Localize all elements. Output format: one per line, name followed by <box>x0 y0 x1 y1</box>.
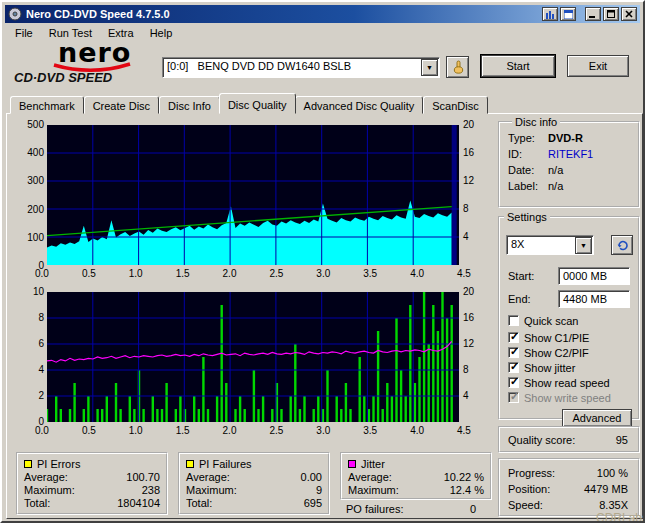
tab-disc-quality[interactable]: Disc Quality <box>219 93 296 114</box>
hand-pointer-button[interactable] <box>446 56 469 78</box>
axis-tick-label: 4.5 <box>457 425 471 436</box>
minimize-button[interactable] <box>585 7 601 21</box>
speed-select-arrow-icon[interactable]: ▼ <box>575 237 592 254</box>
axis-tick-label: 4 <box>463 232 469 242</box>
axis-tick-label: 16 <box>463 148 474 158</box>
show-c2-pif-label: Show C2/PIF <box>524 347 589 359</box>
axis-tick-label: 1.0 <box>129 425 143 436</box>
jitter-panel: Jitter Average:10.22 % Maximum:12.4 % <box>340 452 492 500</box>
axis-tick-label: 8 <box>38 313 44 323</box>
hand-pointer-icon <box>451 60 465 74</box>
disc-type-label: Type: <box>508 130 548 146</box>
position-value: 4479 MB <box>584 481 628 497</box>
progress-value: 100 % <box>597 465 628 481</box>
axis-tick-label: 16 <box>463 313 474 323</box>
stat-value: 238 <box>142 484 160 497</box>
speed-label: Speed: <box>508 497 543 513</box>
start-button[interactable]: Start <box>481 55 555 77</box>
jitter-marker-icon <box>348 460 356 468</box>
drive-select[interactable]: [0:0] BENQ DVD DD DW1640 BSLB ▼ <box>162 57 440 78</box>
tab-scandisc[interactable]: ScanDisc <box>423 96 487 114</box>
quick-scan-checkbox[interactable] <box>508 315 519 326</box>
disc-id-label: ID: <box>508 146 548 162</box>
disc-info-group: Disc info Type:DVD-R ID:RITEKF1 Date:n/a… <box>498 116 640 208</box>
axis-tick-label: 0.0 <box>35 268 49 279</box>
show-jitter-checkbox[interactable] <box>508 362 519 373</box>
axis-tick-label: 8 <box>463 365 469 375</box>
pi-errors-x-axis: 0.00.51.01.52.02.53.03.54.04.5 <box>35 268 471 279</box>
speed-select[interactable]: 8X ▼ <box>506 235 594 255</box>
advanced-button[interactable]: Advanced <box>562 409 632 427</box>
position-label: Position: <box>508 481 550 497</box>
cd-dvd-speed-logo: CD·DVD SPEED <box>14 70 112 85</box>
titlebar-tool-icon-2[interactable] <box>560 7 576 21</box>
show-c1-pie-label: Show C1/PIE <box>524 332 589 344</box>
axis-tick-label: 400 <box>27 148 44 158</box>
menu-help[interactable]: Help <box>142 25 181 41</box>
show-read-speed-checkbox[interactable] <box>508 377 519 388</box>
pi-failures-left-axis: 1086420 <box>16 287 44 427</box>
scan-start-field[interactable]: 0000 MB <box>558 267 630 285</box>
maximize-button[interactable] <box>603 7 619 21</box>
tab-create-disc[interactable]: Create Disc <box>84 96 159 114</box>
refresh-button[interactable] <box>611 235 633 255</box>
stat-label: Average: <box>186 471 230 484</box>
disc-date-label: Date: <box>508 162 548 178</box>
axis-tick-label: 3.0 <box>316 425 330 436</box>
show-jitter-option[interactable]: Show jitter <box>508 361 575 374</box>
axis-tick-label: 1.5 <box>176 425 190 436</box>
quick-scan-option[interactable]: Quick scan <box>508 314 578 327</box>
disc-id-value: RITEKF1 <box>548 146 593 162</box>
stat-label: Maximum: <box>348 484 399 497</box>
tab-advanced-disc-quality[interactable]: Advanced Disc Quality <box>295 96 424 114</box>
axis-tick-label: 1.5 <box>176 268 190 279</box>
scan-end-label: End: <box>508 293 531 305</box>
drive-select-value: [0:0] BENQ DVD DD DW1640 BSLB <box>167 60 351 72</box>
menu-file[interactable]: File <box>7 25 41 41</box>
pi-failures-panel: PI Failures Average:0.00 Maximum:9 Total… <box>178 452 330 515</box>
stat-label: Total: <box>24 497 50 510</box>
disc-info-legend: Disc info <box>512 116 560 128</box>
jitter-panel-title: Jitter <box>361 458 385 470</box>
app-window: Nero CD-DVD Speed 4.7.5.0 File Run Test … <box>0 0 645 523</box>
axis-tick-label: 0.0 <box>35 425 49 436</box>
stat-value: 695 <box>304 497 322 510</box>
show-c1-pie-option[interactable]: Show C1/PIE <box>508 331 589 344</box>
show-write-speed-label: Show write speed <box>524 392 611 404</box>
stat-label: Maximum: <box>186 484 237 497</box>
refresh-icon <box>616 239 629 252</box>
exit-button[interactable]: Exit <box>567 55 629 77</box>
axis-tick-label: 500 <box>27 120 44 130</box>
show-read-speed-label: Show read speed <box>524 377 610 389</box>
stat-value: 0.00 <box>301 471 322 484</box>
show-c2-pif-option[interactable]: Show C2/PIF <box>508 346 589 359</box>
speed-select-value: 8X <box>511 238 524 250</box>
scan-start-label: Start: <box>508 270 534 282</box>
axis-tick-label: 4.5 <box>457 268 471 279</box>
axis-tick-label: 0.5 <box>82 425 96 436</box>
axis-tick-label: 2.0 <box>223 425 237 436</box>
titlebar-tool-icon-1[interactable] <box>542 7 558 21</box>
axis-tick-label: 4.0 <box>410 425 424 436</box>
stat-value: 100.70 <box>126 471 160 484</box>
tab-strip: Benchmark Create Disc Disc Info Disc Qua… <box>10 93 488 114</box>
po-failures-value: 0 <box>470 503 476 515</box>
tab-benchmark[interactable]: Benchmark <box>10 96 84 114</box>
show-read-speed-option[interactable]: Show read speed <box>508 376 610 389</box>
pi-failures-right-axis: 20161284 <box>463 287 483 401</box>
show-c2-pif-checkbox[interactable] <box>508 347 519 358</box>
axis-tick-label: 2.0 <box>223 268 237 279</box>
axis-tick-label: 3.5 <box>363 268 377 279</box>
quality-score-value: 95 <box>616 434 628 446</box>
quality-score-label: Quality score: <box>508 434 575 446</box>
settings-legend: Settings <box>504 211 550 223</box>
axis-tick-label: 20 <box>463 287 474 297</box>
drive-select-arrow-icon[interactable]: ▼ <box>421 59 438 76</box>
show-c1-pie-checkbox[interactable] <box>508 332 519 343</box>
axis-tick-label: 3.0 <box>316 268 330 279</box>
close-button[interactable] <box>621 7 637 21</box>
axis-tick-label: 12 <box>463 339 474 349</box>
axis-tick-label: 20 <box>463 120 474 130</box>
tab-disc-info[interactable]: Disc Info <box>159 96 220 114</box>
scan-end-field[interactable]: 4480 MB <box>558 290 630 308</box>
